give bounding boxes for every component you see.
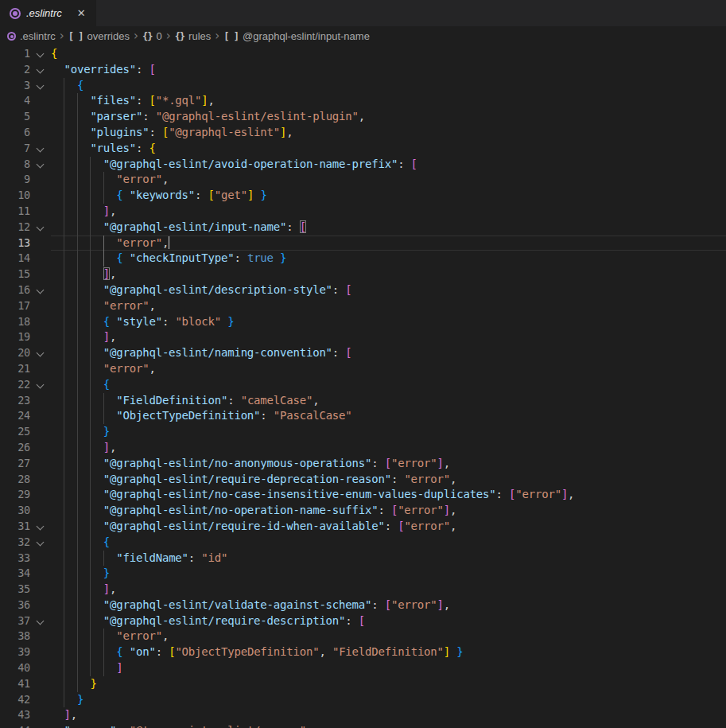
code-line[interactable]: 22{ (0, 377, 726, 393)
indent-guide (77, 566, 78, 582)
chevron-down-icon[interactable] (30, 535, 51, 551)
code-line[interactable]: 35], (0, 582, 726, 598)
code-token (123, 251, 130, 264)
code-line[interactable]: 41} (0, 676, 726, 692)
indent-guide (64, 329, 64, 345)
code-line[interactable]: 42} (0, 692, 726, 708)
chevron-down-icon[interactable] (30, 345, 51, 361)
code-line[interactable]: 19], (0, 329, 726, 345)
line-content: "error", (51, 298, 726, 314)
code-line[interactable]: 33"fieldName": "id" (0, 551, 726, 566)
code-token: : (332, 346, 345, 359)
gutter: 11 (0, 204, 51, 220)
chevron-down-icon[interactable] (30, 377, 51, 393)
close-icon[interactable]: ✕ (75, 6, 88, 20)
code-line[interactable]: 38"error", (0, 629, 726, 644)
code-line[interactable]: 5"parser": "@graphql-eslint/eslint-plugi… (0, 109, 726, 125)
fold-column (30, 109, 51, 125)
indent-guide (64, 582, 64, 598)
breadcrumb-item[interactable]: .eslintrc (7, 30, 56, 42)
code-token: "rules" (90, 142, 136, 154)
code-line[interactable]: 3{ (0, 78, 726, 94)
chevron-down-icon[interactable] (30, 78, 51, 94)
code-line[interactable]: 18{ "style": "block" } (0, 314, 726, 330)
code-line[interactable]: 21"error", (0, 361, 726, 377)
code-token: } (90, 677, 96, 690)
indent-guide (77, 676, 78, 692)
code-line[interactable]: 20"@graphql-eslint/naming-convention": [ (0, 345, 726, 361)
code-token: , (162, 236, 169, 249)
line-content: "@graphql-eslint/description-style": [ (51, 282, 726, 298)
chevron-down-icon[interactable] (30, 220, 51, 236)
code-line[interactable]: 9"error", (0, 172, 726, 188)
code-token: { (116, 645, 122, 658)
code-line[interactable]: 43], (0, 707, 726, 723)
gutter: 19 (0, 329, 51, 345)
code-line[interactable]: 44"parser": "@typescript-eslint/parser" (0, 723, 726, 728)
gutter: 26 (0, 440, 51, 456)
fold-column (30, 676, 51, 692)
code-line[interactable]: 37"@graphql-eslint/require-description":… (0, 613, 726, 629)
code-token: : (385, 520, 398, 532)
indent-guide (77, 613, 78, 629)
code-line[interactable]: 14{ "checkInputType": true } (0, 251, 726, 267)
code-line[interactable]: 40] (0, 660, 726, 676)
chevron-down-icon[interactable] (30, 282, 51, 298)
indent-guide (77, 345, 78, 361)
breadcrumb-item[interactable]: [ ]@graphql-eslint/input-name (223, 30, 370, 42)
code-line[interactable]: 32{ (0, 535, 726, 551)
code-token: , (568, 488, 574, 500)
indent-guide (64, 424, 64, 440)
chevron-down-icon[interactable] (30, 519, 51, 535)
breadcrumb-item[interactable]: {}0 (142, 30, 162, 42)
code-line[interactable]: 27"@graphql-eslint/no-anonymous-operatio… (0, 456, 726, 472)
chevron-down-icon[interactable] (30, 141, 51, 157)
code-line[interactable]: 6"plugins": ["@graphql-eslint"], (0, 125, 726, 141)
code-line[interactable]: 11], (0, 204, 726, 220)
line-number: 23 (0, 393, 30, 409)
code-line[interactable]: 13"error", (0, 236, 726, 251)
indent-guide (77, 393, 78, 409)
tab-eslintrc[interactable]: .eslintrc ✕ (0, 0, 96, 26)
line-number: 40 (0, 660, 30, 676)
code-line[interactable]: 16"@graphql-eslint/description-style": [ (0, 282, 726, 298)
chevron-down-icon[interactable] (30, 157, 51, 173)
code-line[interactable]: 25} (0, 424, 726, 440)
code-token: : (234, 251, 247, 264)
code-line[interactable]: 31"@graphql-eslint/require-id-when-avail… (0, 519, 726, 535)
code-token: { (116, 189, 122, 201)
gutter: 14 (0, 251, 51, 267)
code-line[interactable]: 10{ "keywords": ["get"] } (0, 188, 726, 204)
code-line[interactable]: 1{ (0, 46, 726, 62)
code-line[interactable]: 15], (0, 267, 726, 282)
code-line[interactable]: 24"ObjectTypeDefinition": "PascalCase" (0, 408, 726, 424)
code-token: ] (201, 94, 208, 107)
code-line[interactable]: 4"files": ["*.gql"], (0, 93, 726, 109)
code-token: [ (149, 94, 155, 107)
indent-guide (90, 566, 91, 582)
code-line[interactable]: 8"@graphql-eslint/avoid-operation-name-p… (0, 157, 726, 173)
code-token: , (359, 110, 365, 123)
breadcrumb-item[interactable]: [ ]overrides (68, 30, 130, 42)
code-line[interactable]: 28"@graphql-eslint/require-deprecation-r… (0, 472, 726, 488)
gutter: 15 (0, 267, 51, 282)
breadcrumb-item[interactable]: {}rules (175, 30, 212, 42)
code-line[interactable]: 12"@graphql-eslint/input-name": [ (0, 220, 726, 236)
indent-guide (64, 93, 64, 109)
code-line[interactable]: 23"FieldDefinition": "camelCase", (0, 393, 726, 409)
vscode-window: .eslintrc ✕ .eslintrc›[ ]overrides›{}0›{… (0, 0, 726, 728)
code-line[interactable]: 36"@graphql-eslint/validate-against-sche… (0, 598, 726, 613)
code-line[interactable]: 7"rules": { (0, 141, 726, 157)
code-line[interactable]: 26], (0, 440, 726, 456)
code-line[interactable]: 17"error", (0, 298, 726, 314)
chevron-down-icon[interactable] (30, 62, 51, 78)
line-number: 26 (0, 440, 30, 456)
chevron-down-icon[interactable] (30, 613, 51, 629)
code-line[interactable]: 30"@graphql-eslint/no-operation-name-suf… (0, 503, 726, 519)
code-line[interactable]: 29"@graphql-eslint/no-case-insensitive-e… (0, 487, 726, 503)
code-line[interactable]: 2"overrides": [ (0, 62, 726, 78)
code-token: "@graphql-eslint/no-case-insensitive-enu… (103, 488, 496, 500)
chevron-down-icon[interactable] (30, 46, 51, 62)
code-line[interactable]: 39{ "on": ["ObjectTypeDefinition", "Fiel… (0, 644, 726, 660)
code-line[interactable]: 34} (0, 566, 726, 582)
